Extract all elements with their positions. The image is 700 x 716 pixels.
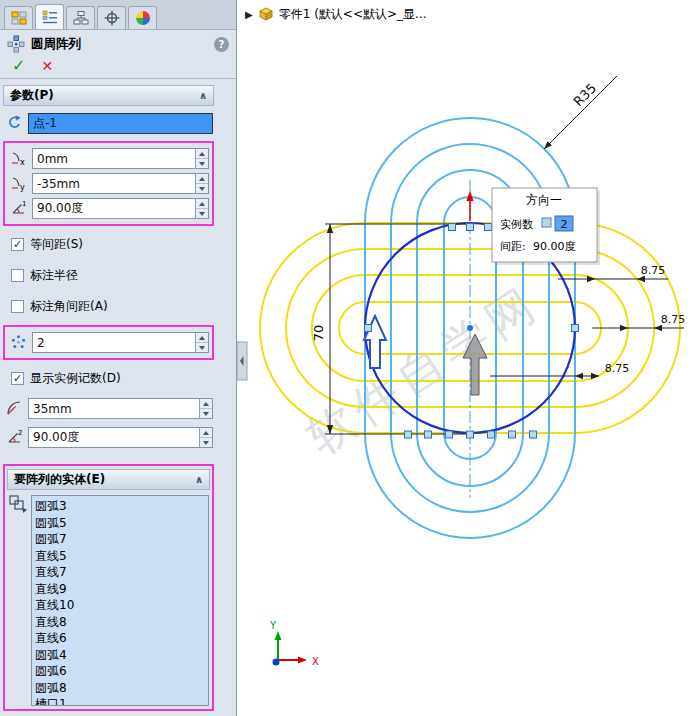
entity-item[interactable]: 直线8 <box>35 614 205 631</box>
pattern-direction-handle[interactable] <box>364 316 386 368</box>
params-group-label: 参数(P) <box>10 87 54 104</box>
checkbox-dimension-radius[interactable]: 标注半径 <box>11 267 210 284</box>
document-title-bar: ▶ 零件1 (默认<<默认>_显... <box>237 0 700 28</box>
document-title[interactable]: 零件1 (默认<<默认>_显... <box>279 6 427 23</box>
z-axis-dot <box>273 659 280 666</box>
tab-configuration-manager[interactable] <box>66 6 95 29</box>
y-axis-label: Y <box>269 620 277 631</box>
instance-count-icon <box>8 334 28 352</box>
center-y-field[interactable]: -35mm <box>32 173 209 194</box>
tab-dimxpert-manager[interactable] <box>97 6 126 29</box>
dimension-r35-text[interactable]: R35 <box>570 80 599 109</box>
center-y-value: -35mm <box>33 174 195 193</box>
direction-callout[interactable]: 方向一 实例数 2 间距: 90.00度 <box>492 188 600 265</box>
entity-item[interactable]: 直线9 <box>35 581 205 598</box>
arc-angle-icon: 2 <box>4 429 24 447</box>
flyout-tree-arrow[interactable]: ▶ <box>245 9 253 20</box>
ok-button[interactable]: ✓ <box>12 59 25 73</box>
pattern-radius-field[interactable]: 35mm <box>28 398 213 419</box>
pattern-center-point[interactable] <box>467 325 473 331</box>
select-entities-icon <box>8 495 28 513</box>
entities-listbox[interactable]: 圆弧3 圆弧5 圆弧7 直线5 直线7 直线9 直线10 直线8 直线6 圆弧4… <box>31 495 209 706</box>
crosshair-icon <box>104 10 120 26</box>
property-list-icon <box>42 9 58 25</box>
callout-title: 方向一 <box>526 193 562 207</box>
callout-instances-icon <box>542 218 551 227</box>
annotation-box-entities: 要阵列的实体(E) ∧ 圆弧3 圆弧5 圆弧7 直线5 直线7 直线9 直线10 <box>3 464 214 711</box>
entity-item[interactable]: 圆弧6 <box>35 663 205 680</box>
dimension-r35[interactable] <box>544 76 617 149</box>
reverse-direction-icon[interactable] <box>4 115 24 133</box>
checkbox-display-instance-count[interactable]: ✓ 显示实例记数(D) <box>11 370 210 387</box>
center-x-row: x 0mm <box>8 148 209 169</box>
pattern-radius-spinner[interactable] <box>199 399 212 418</box>
color-wheel-icon <box>135 10 151 26</box>
dimension-70-text[interactable]: 70 <box>311 325 326 342</box>
pattern-center-field[interactable]: 点-1 <box>28 113 213 134</box>
dimension-angular-checkbox-box <box>11 300 24 313</box>
svg-text:2: 2 <box>18 429 22 437</box>
entities-list-row: 圆弧3 圆弧5 圆弧7 直线5 直线7 直线9 直线10 直线8 直线6 圆弧4… <box>8 495 209 706</box>
entity-item[interactable]: 直线5 <box>35 548 205 565</box>
pattern-center-value: 点-1 <box>29 114 212 133</box>
checkbox-dimension-angular-spacing[interactable]: 标注角间距(A) <box>11 298 210 315</box>
manager-tabbar <box>0 0 236 30</box>
center-x-spinner[interactable] <box>195 149 208 168</box>
entity-item[interactable]: 圆弧8 <box>35 680 205 697</box>
dimension-gap-3-text: 8.75 <box>605 362 630 375</box>
tab-display-manager[interactable] <box>128 6 157 29</box>
entity-item[interactable]: 直线10 <box>35 597 205 614</box>
dimension-radius-checkbox-box <box>11 269 24 282</box>
dimension-gap-3[interactable]: 8.75 <box>490 362 629 379</box>
solidworks-window: 圆周阵列 ? ✓ ✕ 参数(P) ∧ 点-1 <box>0 0 700 716</box>
sketch-viewport[interactable]: 软件自学网 <box>237 28 700 716</box>
pattern-angle-row: 1 90.00度 <box>8 198 209 219</box>
pattern-angle-field[interactable]: 90.00度 <box>32 198 209 219</box>
checkbox-equal-spacing[interactable]: ✓ 等间距(S) <box>11 236 210 253</box>
entities-group-header[interactable]: 要阵列的实体(E) ∧ <box>7 469 210 490</box>
pattern-angle-icon: 1 <box>8 200 28 218</box>
instance-count-row: 2 <box>8 332 209 353</box>
cancel-button[interactable]: ✕ <box>41 59 53 73</box>
collapse-chevron-icon[interactable]: ∧ <box>195 475 203 485</box>
params-group-header[interactable]: 参数(P) ∧ <box>3 85 214 106</box>
tab-feature-manager[interactable] <box>4 6 33 29</box>
center-y-icon: y <box>8 175 28 193</box>
arc-angle-field[interactable]: 90.00度 <box>28 427 213 448</box>
instance-count-spinner[interactable] <box>195 333 208 352</box>
dimension-gap-2-text: 8.75 <box>661 313 686 326</box>
display-instance-label: 显示实例记数(D) <box>30 370 121 387</box>
direction-arrow[interactable] <box>466 191 473 221</box>
panel-splitter-tab[interactable] <box>237 342 247 380</box>
entity-item[interactable]: 圆弧7 <box>35 531 205 548</box>
center-x-field[interactable]: 0mm <box>32 148 209 169</box>
checkmark: ✓ <box>13 373 22 384</box>
checkmark: ✓ <box>13 239 22 250</box>
help-icon[interactable]: ? <box>214 37 229 52</box>
pattern-radius-icon <box>4 400 24 418</box>
dimension-angular-label: 标注角间距(A) <box>30 298 108 315</box>
pattern-radius-value: 35mm <box>29 399 199 418</box>
panel-body: 参数(P) ∧ 点-1 x 0mm <box>0 79 236 716</box>
entity-item[interactable]: 直线6 <box>35 630 205 647</box>
origin-triad: X Y <box>269 620 319 667</box>
dimension-gap-2[interactable]: 8.75 <box>592 313 685 331</box>
svg-text:x: x <box>20 158 25 167</box>
annotation-box-instance-count: 2 <box>3 325 214 360</box>
entity-item[interactable]: 圆弧3 <box>35 498 205 515</box>
arc-angle-spinner[interactable] <box>199 428 212 447</box>
tab-property-manager[interactable] <box>35 4 64 29</box>
pattern-angle-spinner[interactable] <box>195 199 208 218</box>
svg-text:1: 1 <box>22 200 26 208</box>
entity-item[interactable]: 圆弧4 <box>35 647 205 664</box>
entity-item[interactable]: 槽口1 <box>35 696 205 706</box>
instance-count-field[interactable]: 2 <box>32 332 209 353</box>
equal-spacing-label: 等间距(S) <box>30 236 83 253</box>
graphics-column: ▶ 零件1 (默认<<默认>_显... 软件自学网 <box>237 0 700 716</box>
entity-item[interactable]: 圆弧5 <box>35 515 205 532</box>
feature-tree-icon <box>11 10 27 26</box>
entity-item[interactable]: 直线7 <box>35 564 205 581</box>
center-y-spinner[interactable] <box>195 174 208 193</box>
x-axis-label: X <box>312 656 319 667</box>
collapse-chevron-icon[interactable]: ∧ <box>199 91 207 101</box>
